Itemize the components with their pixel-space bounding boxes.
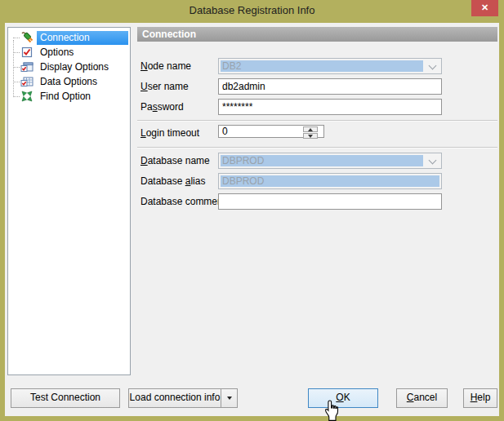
sidebar-item-display-options[interactable]: Display Options xyxy=(8,60,130,74)
hand-cursor-icon xyxy=(322,399,343,421)
node-name-combobox: DB2 xyxy=(218,58,442,74)
password-label: Password xyxy=(140,101,184,113)
node-name-value: DB2 xyxy=(221,60,423,72)
sidebar-item-options[interactable]: Options xyxy=(8,45,130,60)
titlebar: Database Registration Info ✕ xyxy=(0,0,504,23)
section-divider xyxy=(137,120,497,121)
database-alias-value: DBPROD xyxy=(221,175,439,187)
close-button[interactable]: ✕ xyxy=(471,0,498,16)
plug-icon xyxy=(20,31,33,44)
password-input[interactable] xyxy=(218,99,442,115)
user-name-input[interactable] xyxy=(218,78,442,95)
sidebar-item-label: Options xyxy=(37,46,77,60)
section-divider xyxy=(137,147,497,148)
database-name-combobox: DBPROD xyxy=(218,153,442,169)
password-field-wrap xyxy=(218,99,442,115)
user-name-label: User name xyxy=(140,81,189,92)
chevron-down-icon xyxy=(429,157,437,165)
login-timeout-label: Login timeout xyxy=(140,127,199,139)
load-connection-info-button[interactable]: Load connection info xyxy=(128,388,221,408)
spinner xyxy=(303,126,318,140)
panel-header-label: Connection xyxy=(142,29,196,40)
close-icon: ✕ xyxy=(481,2,488,12)
database-comment-field-wrap xyxy=(218,193,442,210)
sidebar-tree: Connection Options Display Options xyxy=(7,27,131,375)
help-button[interactable]: Help xyxy=(463,388,497,408)
panel-header: Connection xyxy=(137,27,497,42)
database-alias-field: DBPROD xyxy=(218,173,442,189)
dialog-window: Database Registration Info ✕ Connection xyxy=(0,0,504,421)
test-connection-button[interactable]: Test Connection xyxy=(11,388,120,408)
triangle-down-icon xyxy=(308,135,313,138)
database-name-label: Database name xyxy=(140,155,210,166)
window-title: Database Registration Info xyxy=(0,0,504,21)
database-alias-label: Database alias xyxy=(140,175,205,187)
dropdown-arrow-icon xyxy=(227,397,232,400)
sidebar-item-label: Connection xyxy=(37,31,128,45)
sidebar-item-connection[interactable]: Connection xyxy=(8,30,130,45)
find-arrows-icon xyxy=(20,90,33,103)
sidebar-item-label: Display Options xyxy=(37,60,112,74)
database-comment-label: Database comment xyxy=(140,196,225,207)
load-connection-info-menu-button[interactable] xyxy=(221,388,238,408)
sidebar-item-label: Find Option xyxy=(37,90,94,104)
dialog-content: Connection Options Display Options xyxy=(5,23,499,416)
cancel-button[interactable]: Cancel xyxy=(396,388,448,408)
spinner-up-button[interactable] xyxy=(303,126,318,132)
sidebar-item-label: Data Options xyxy=(37,75,100,89)
database-comment-input[interactable] xyxy=(218,193,442,210)
data-grid-icon xyxy=(20,75,33,88)
sidebar-item-data-options[interactable]: Data Options xyxy=(8,74,130,89)
checkbox-icon xyxy=(20,46,33,59)
sidebar-item-find-option[interactable]: Find Option xyxy=(8,89,130,104)
spinner-down-button[interactable] xyxy=(303,133,318,139)
login-timeout-field-wrap xyxy=(218,125,319,141)
user-name-field-wrap xyxy=(218,78,442,95)
node-name-label: Node name xyxy=(140,60,191,72)
database-name-value: DBPROD xyxy=(221,155,423,166)
chevron-down-icon xyxy=(429,62,437,70)
display-window-icon xyxy=(20,60,33,73)
ok-button[interactable]: OK xyxy=(308,388,378,408)
triangle-up-icon xyxy=(308,128,313,131)
